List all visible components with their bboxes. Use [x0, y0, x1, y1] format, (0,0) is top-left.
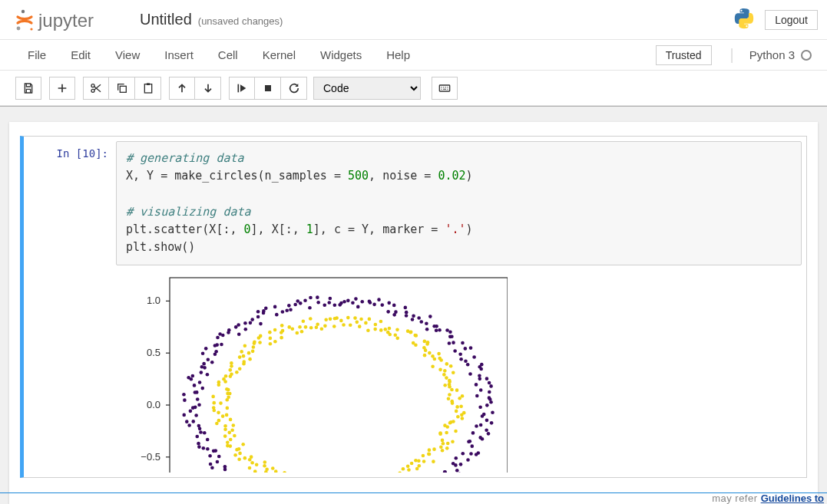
svg-point-171: [223, 467, 227, 471]
svg-point-39: [459, 357, 463, 361]
svg-point-64: [404, 305, 408, 309]
menu-edit[interactable]: Edit: [58, 48, 103, 61]
svg-point-161: [202, 446, 206, 450]
svg-point-252: [477, 451, 481, 455]
svg-point-482: [402, 467, 405, 471]
paste-button[interactable]: [135, 77, 161, 100]
logout-button[interactable]: Logout: [765, 10, 818, 30]
svg-point-80: [342, 299, 346, 303]
svg-point-345: [298, 325, 302, 329]
svg-point-381: [224, 374, 228, 377]
svg-point-30: [478, 377, 481, 380]
svg-point-52: [435, 328, 438, 332]
menu-cell[interactable]: Cell: [206, 48, 250, 61]
kernel-label[interactable]: Python 3: [749, 48, 812, 61]
svg-point-143: [183, 398, 187, 402]
svg-point-79: [346, 298, 350, 302]
cell-type-select[interactable]: Code: [313, 77, 421, 100]
svg-point-421: [243, 456, 247, 460]
code-cell[interactable]: In [10]: # generating data X, Y = make_c…: [20, 136, 807, 478]
svg-point-36: [466, 362, 470, 366]
svg-point-407: [230, 428, 234, 432]
svg-point-136: [198, 380, 202, 384]
svg-point-328: [349, 323, 352, 327]
menu-help[interactable]: Help: [374, 48, 422, 61]
run-button[interactable]: [229, 77, 255, 100]
command-palette-button[interactable]: [432, 77, 458, 100]
svg-point-420: [237, 457, 241, 461]
svg-point-369: [248, 357, 252, 361]
svg-point-338: [320, 327, 324, 331]
svg-rect-7: [144, 84, 151, 92]
trusted-button[interactable]: Trusted: [656, 45, 712, 65]
svg-point-61: [412, 314, 415, 318]
svg-point-87: [316, 295, 319, 299]
svg-point-140: [194, 390, 197, 394]
stop-button[interactable]: [255, 77, 281, 100]
code-input[interactable]: # generating data X, Y = make_circles(n_…: [116, 141, 802, 265]
svg-point-327: [353, 316, 357, 320]
svg-point-269: [485, 404, 489, 407]
svg-point-400: [221, 414, 225, 418]
svg-point-352: [280, 331, 283, 334]
svg-point-364: [252, 345, 256, 349]
python-logo-icon: [733, 7, 756, 33]
restart-button[interactable]: [281, 77, 307, 100]
svg-point-245: [452, 462, 455, 466]
svg-point-343: [304, 325, 308, 329]
save-button[interactable]: [15, 77, 41, 100]
menu-kernel[interactable]: Kernel: [250, 48, 308, 61]
svg-point-132: [206, 372, 210, 376]
svg-point-405: [232, 423, 236, 427]
svg-point-427: [263, 460, 267, 464]
svg-point-496: [432, 447, 436, 451]
svg-point-519: [459, 404, 463, 408]
move-up-button[interactable]: [169, 77, 195, 100]
insert-cell-button[interactable]: [49, 77, 75, 100]
svg-point-144: [197, 403, 201, 407]
kernel-idle-icon: [801, 50, 812, 61]
svg-point-98: [281, 310, 285, 314]
jupyter-logo[interactable]: jupyter: [15, 7, 123, 33]
svg-point-68: [386, 310, 390, 314]
svg-point-323: [364, 321, 368, 324]
cut-button[interactable]: [83, 77, 109, 100]
svg-point-347: [296, 331, 299, 334]
svg-point-408: [227, 430, 231, 434]
svg-point-366: [251, 349, 255, 353]
svg-point-277: [450, 387, 454, 391]
menu-view[interactable]: View: [103, 48, 152, 61]
svg-point-69: [387, 301, 391, 305]
svg-point-350: [280, 324, 284, 328]
svg-point-311: [393, 333, 397, 337]
svg-point-370: [242, 354, 246, 357]
notebook-container: In [10]: # generating data X, Y = make_c…: [0, 106, 827, 504]
svg-point-152: [187, 423, 191, 427]
menu-file[interactable]: File: [15, 48, 58, 61]
kernel-text: Python 3: [749, 48, 795, 61]
svg-point-297: [423, 353, 427, 357]
svg-point-495: [428, 448, 432, 452]
svg-point-121: [213, 344, 217, 348]
svg-point-348: [291, 327, 295, 331]
svg-point-38: [472, 355, 476, 359]
svg-point-135: [190, 377, 194, 380]
svg-point-290: [431, 364, 435, 368]
menu-widgets[interactable]: Widgets: [308, 48, 374, 61]
svg-point-333: [333, 316, 337, 320]
move-down-button[interactable]: [195, 77, 221, 100]
notebook-title[interactable]: Untitled: [140, 11, 192, 28]
svg-point-106: [259, 321, 263, 325]
menu-insert[interactable]: Insert: [152, 48, 206, 61]
svg-point-502: [441, 438, 445, 442]
svg-point-358: [269, 341, 273, 345]
svg-point-434: [274, 469, 278, 473]
svg-point-54: [432, 324, 436, 328]
svg-point-294: [437, 351, 441, 355]
svg-text:0.0: 0.0: [147, 399, 160, 410]
svg-point-166: [217, 454, 221, 458]
svg-point-319: [373, 327, 377, 331]
copy-button[interactable]: [109, 77, 135, 100]
svg-point-360: [257, 336, 261, 340]
svg-point-162: [206, 446, 210, 450]
